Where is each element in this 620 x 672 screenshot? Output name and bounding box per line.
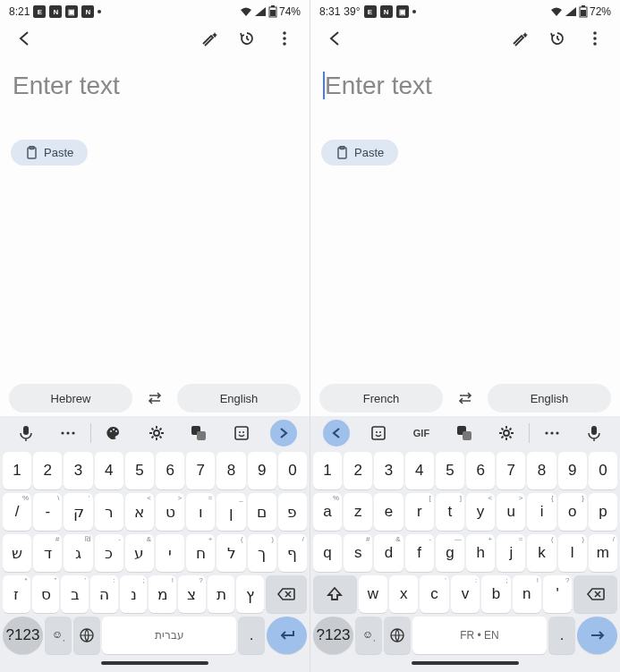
mic-icon[interactable] — [5, 417, 47, 449]
key-u[interactable]: u> — [497, 493, 525, 531]
gear-icon[interactable] — [486, 417, 527, 449]
key-י[interactable]: י — [156, 534, 184, 572]
key-5[interactable]: 5 — [125, 452, 154, 489]
period-key[interactable]: . — [238, 617, 265, 654]
sticker-icon[interactable] — [221, 417, 262, 449]
key-ש[interactable]: ש — [3, 534, 31, 572]
emoji-key[interactable]: ☺, — [355, 617, 382, 654]
key-3[interactable]: 3 — [374, 452, 403, 489]
key-'[interactable]: '? — [543, 575, 572, 613]
key-k[interactable]: k( — [527, 534, 556, 572]
key-ב[interactable]: ב' — [61, 575, 89, 613]
key-o[interactable]: o} — [558, 493, 587, 531]
space-key[interactable]: FR • EN — [412, 617, 547, 654]
more-icon[interactable] — [48, 417, 89, 449]
key-s[interactable]: s# — [344, 534, 372, 572]
period-key[interactable]: . — [548, 617, 575, 654]
draw-button[interactable] — [504, 22, 536, 55]
key-m[interactable]: m/ — [589, 534, 617, 572]
key-b[interactable]: b; — [481, 575, 510, 613]
key-n[interactable]: n! — [513, 575, 541, 613]
text-input[interactable]: Enter text — [11, 66, 299, 100]
key-א[interactable]: א< — [125, 493, 154, 531]
key-9[interactable]: 9 — [248, 452, 276, 489]
swap-languages-button[interactable] — [450, 391, 480, 405]
key-x[interactable]: x — [389, 575, 418, 613]
key-t[interactable]: t] — [436, 493, 464, 531]
key-ז[interactable]: ז* — [3, 575, 30, 613]
history-button[interactable] — [231, 22, 263, 55]
lang-source-chip[interactable]: Hebrew — [9, 384, 132, 413]
key-ר[interactable]: ר — [95, 493, 123, 531]
lang-target-chip[interactable]: English — [488, 384, 611, 413]
key-ס[interactable]: ס" — [32, 575, 60, 613]
toolbar-expand-button[interactable] — [316, 417, 357, 449]
key-2[interactable]: 2 — [33, 452, 62, 489]
key-w[interactable]: w — [359, 575, 387, 613]
key-8[interactable]: 8 — [217, 452, 245, 489]
palette-icon[interactable] — [93, 417, 134, 449]
key-y[interactable]: y< — [466, 493, 495, 531]
key-כ[interactable]: כ- — [95, 534, 123, 572]
key-פ[interactable]: פ — [278, 493, 307, 531]
key-5[interactable]: 5 — [436, 452, 464, 489]
key-ו[interactable]: ו= — [186, 493, 215, 531]
globe-key[interactable] — [384, 617, 411, 654]
key-ת[interactable]: ת — [208, 575, 235, 613]
key-g[interactable]: g— — [436, 534, 464, 572]
toolbar-expand-button[interactable] — [263, 417, 304, 449]
paste-button[interactable]: Paste — [11, 140, 88, 166]
more-menu-button[interactable] — [579, 22, 611, 55]
key-ג[interactable]: ג₪ — [64, 534, 92, 572]
nav-handle[interactable] — [101, 661, 208, 665]
key-3[interactable]: 3 — [64, 452, 92, 489]
history-button[interactable] — [541, 22, 573, 55]
key-ץ[interactable]: ץ — [236, 575, 264, 613]
more-icon[interactable] — [531, 417, 573, 449]
emoji-key[interactable]: ☺, — [45, 617, 72, 654]
key-ח[interactable]: ח+ — [186, 534, 215, 572]
key-2[interactable]: 2 — [344, 452, 372, 489]
key-h[interactable]: h+ — [466, 534, 495, 572]
key-7[interactable]: 7 — [497, 452, 525, 489]
lang-source-chip[interactable]: French — [319, 384, 443, 413]
key-מ[interactable]: מ! — [149, 575, 176, 613]
key-ל[interactable]: ל( — [217, 534, 245, 572]
key-l[interactable]: l) — [558, 534, 587, 572]
key-0[interactable]: 0 — [278, 452, 307, 489]
key-נ[interactable]: נ; — [120, 575, 148, 613]
mic-icon[interactable] — [573, 417, 615, 449]
gif-button[interactable]: GIF — [401, 417, 442, 449]
enter-key[interactable] — [577, 617, 617, 654]
translate-icon[interactable] — [444, 417, 485, 449]
lang-target-chip[interactable]: English — [177, 384, 301, 413]
back-button[interactable] — [319, 22, 352, 55]
key-ק[interactable]: ק' — [64, 493, 92, 531]
key-7[interactable]: 7 — [186, 452, 215, 489]
key-1[interactable]: 1 — [3, 452, 31, 489]
key-a[interactable]: a% — [313, 493, 342, 531]
key-c[interactable]: c' — [420, 575, 448, 613]
key-p[interactable]: p — [589, 493, 617, 531]
key-צ[interactable]: צ? — [178, 575, 206, 613]
swap-languages-button[interactable] — [140, 391, 170, 405]
symbols-key[interactable]: ?123 — [313, 617, 353, 654]
translate-icon[interactable] — [178, 417, 219, 449]
backspace-key[interactable] — [266, 575, 307, 613]
more-menu-button[interactable] — [268, 22, 301, 55]
key-f[interactable]: f- — [405, 534, 434, 572]
key-ע[interactable]: ע& — [125, 534, 154, 572]
text-input[interactable]: Enter text — [321, 66, 609, 100]
key-r[interactable]: r[ — [405, 493, 434, 531]
key-j[interactable]: j= — [497, 534, 525, 572]
key-/[interactable]: /% — [3, 493, 31, 531]
key-6[interactable]: 6 — [156, 452, 184, 489]
symbols-key[interactable]: ?123 — [3, 617, 43, 654]
gear-icon[interactable] — [136, 417, 177, 449]
key-1[interactable]: 1 — [313, 452, 342, 489]
key-ד[interactable]: ד# — [33, 534, 62, 572]
enter-key[interactable] — [267, 617, 307, 654]
key-i[interactable]: i{ — [527, 493, 556, 531]
paste-button[interactable]: Paste — [321, 140, 398, 166]
key-e[interactable]: e — [374, 493, 403, 531]
